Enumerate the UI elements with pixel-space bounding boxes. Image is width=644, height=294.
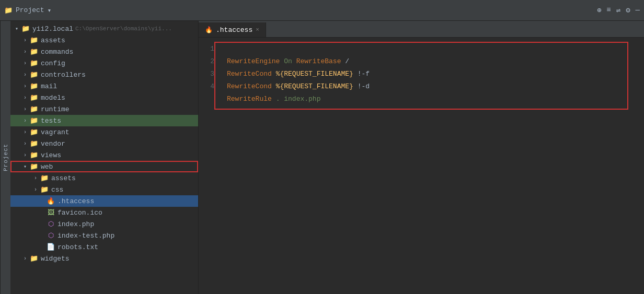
folder-label: css <box>51 186 63 194</box>
file-php-icon: ⬡ <box>46 220 55 228</box>
folder-icon: 📁 <box>29 116 39 125</box>
folder-icon: 📁 <box>29 105 39 113</box>
file-htaccess-icon: 🔥 <box>46 197 55 205</box>
main-layout: Project ▾ 📁 yii2.local C:\OpenServer\dom… <box>0 21 644 294</box>
sidebar-item-web-assets[interactable]: › 📁 assets <box>10 172 198 184</box>
collapse-arrow: › <box>21 72 29 78</box>
file-label: robots.txt <box>58 243 98 251</box>
root-label: yii2.local <box>32 25 73 33</box>
folder-icon: 📁 <box>4 6 13 15</box>
line-num-4: 4 <box>199 80 214 93</box>
top-bar: 📁 Project ▾ ⊕ ≡ ⇌ ⚙ — <box>0 0 644 21</box>
sidebar-item-index-php[interactable]: ⬡ index.php <box>10 218 198 230</box>
sidebar-item-widgets[interactable]: › 📁 widgets <box>10 253 198 264</box>
folder-icon: 📁 <box>29 48 39 56</box>
root-path: C:\OpenServer\domains\yii... <box>75 26 172 32</box>
sidebar-item-web-css[interactable]: › 📁 css <box>10 184 198 195</box>
line-num-3: 3 <box>199 68 214 80</box>
file-php-icon: ⬡ <box>46 231 55 240</box>
folder-icon: 📁 <box>40 185 49 194</box>
folder-label: tests <box>41 117 61 125</box>
sidebar-item-controllers[interactable]: › 📁 controllers <box>10 69 198 80</box>
tab-bar: 🔥 .htaccess × <box>199 21 644 38</box>
tree-root[interactable]: ▾ 📁 yii2.local C:\OpenServer\domains\yii… <box>10 23 198 34</box>
code-content[interactable]: RewriteEngine On RewriteBase / RewriteCo… <box>218 38 644 294</box>
dropdown-icon: ▾ <box>48 6 52 15</box>
collapse-arrow: › <box>21 141 29 147</box>
folder-icon: 📁 <box>29 151 39 159</box>
minimize-icon[interactable]: — <box>636 6 640 15</box>
folder-label: web <box>41 163 53 171</box>
collapse-arrow: › <box>21 130 29 135</box>
tab-file-icon: 🔥 <box>205 26 213 34</box>
sidebar-item-models[interactable]: › 📁 models <box>10 92 198 103</box>
file-tree: ▾ 📁 yii2.local C:\OpenServer\domains\yii… <box>10 21 199 294</box>
editor-area: 🔥 .htaccess × 1 2 3 4 RewriteEngine On R… <box>199 21 644 294</box>
folder-label: widgets <box>41 255 70 263</box>
sidebar-item-commands[interactable]: › 📁 commands <box>10 46 198 57</box>
folder-label: commands <box>41 48 73 56</box>
file-label: index-test.php <box>58 232 114 240</box>
folder-icon: 📁 <box>40 174 49 182</box>
folder-label: controllers <box>41 71 86 79</box>
project-label: Project <box>16 6 44 14</box>
code-editor[interactable]: 1 2 3 4 RewriteEngine On RewriteBase / R… <box>199 38 644 294</box>
collapse-arrow: › <box>21 107 29 112</box>
collapse-arrow: › <box>21 256 29 262</box>
folder-label: mail <box>41 83 57 90</box>
folder-label: vagrant <box>41 128 70 136</box>
collapse-arrow: › <box>21 95 29 101</box>
sidebar-item-vagrant[interactable]: › 📁 vagrant <box>10 126 198 138</box>
sidebar-item-runtime[interactable]: › 📁 runtime <box>10 103 198 115</box>
folder-icon: 📁 <box>29 93 39 102</box>
sync-icon[interactable]: ⇌ <box>616 6 620 15</box>
folder-icon: 📁 <box>21 25 30 33</box>
folder-icon: 📁 <box>29 59 39 67</box>
add-icon[interactable]: ⊕ <box>597 6 601 15</box>
folder-label: runtime <box>41 105 70 113</box>
folder-icon: 📁 <box>29 36 39 44</box>
file-ico-icon: 🖼 <box>46 209 55 217</box>
collapse-arrow: › <box>31 175 40 181</box>
sidebar-item-vendor[interactable]: › 📁 vendor <box>10 138 198 149</box>
collapse-arrow: › <box>21 118 29 124</box>
collapse-arrow: › <box>31 187 40 193</box>
settings-icon[interactable]: ⚙ <box>626 6 630 15</box>
tab-htaccess[interactable]: 🔥 .htaccess × <box>199 22 266 37</box>
sidebar-item-config[interactable]: › 📁 config <box>10 57 198 69</box>
expand-arrow: ▾ <box>13 26 21 32</box>
code-line-1: RewriteEngine On RewriteBase / RewriteCo… <box>227 57 370 103</box>
file-label: favicon.ico <box>58 209 102 217</box>
list-icon[interactable]: ≡ <box>606 6 611 15</box>
folder-icon: 📁 <box>29 82 39 90</box>
sidebar-item-favicon[interactable]: 🖼 favicon.ico <box>10 207 198 218</box>
folder-icon: 📁 <box>29 254 39 263</box>
line-num-1: 1 <box>199 43 214 55</box>
topbar-icons: ⊕ ≡ ⇌ ⚙ — <box>597 6 640 15</box>
sidebar-item-index-test-php[interactable]: ⬡ index-test.php <box>10 230 198 241</box>
folder-label: views <box>41 151 61 159</box>
folder-label: assets <box>41 37 65 44</box>
tab-label: .htaccess <box>216 26 252 34</box>
sidebar-item-web[interactable]: ▾ 📁 web <box>10 161 198 172</box>
sidebar-item-assets[interactable]: › 📁 assets <box>10 34 198 46</box>
file-txt-icon: 📄 <box>46 243 55 251</box>
file-label: index.php <box>58 220 94 228</box>
collapse-arrow: › <box>21 84 29 89</box>
project-menu[interactable]: 📁 Project ▾ <box>4 6 51 15</box>
sidebar-item-tests[interactable]: › 📁 tests <box>10 115 198 126</box>
collapse-arrow: › <box>21 49 29 55</box>
sidebar-item-htaccess[interactable]: 🔥 .htaccess <box>10 195 198 207</box>
sidebar-item-mail[interactable]: › 📁 mail <box>10 80 198 92</box>
folder-label: models <box>41 94 65 102</box>
folder-label: assets <box>51 174 76 182</box>
sidebar-item-views[interactable]: › 📁 views <box>10 149 198 161</box>
collapse-arrow: › <box>21 38 29 43</box>
collapse-arrow: › <box>21 152 29 158</box>
line-numbers: 1 2 3 4 <box>199 38 218 294</box>
tab-close-button[interactable]: × <box>256 27 259 33</box>
sidebar-label: Project <box>0 21 10 294</box>
sidebar-item-robots-txt[interactable]: 📄 robots.txt <box>10 241 198 253</box>
folder-icon: 📁 <box>29 139 39 148</box>
collapse-arrow: › <box>21 61 29 66</box>
